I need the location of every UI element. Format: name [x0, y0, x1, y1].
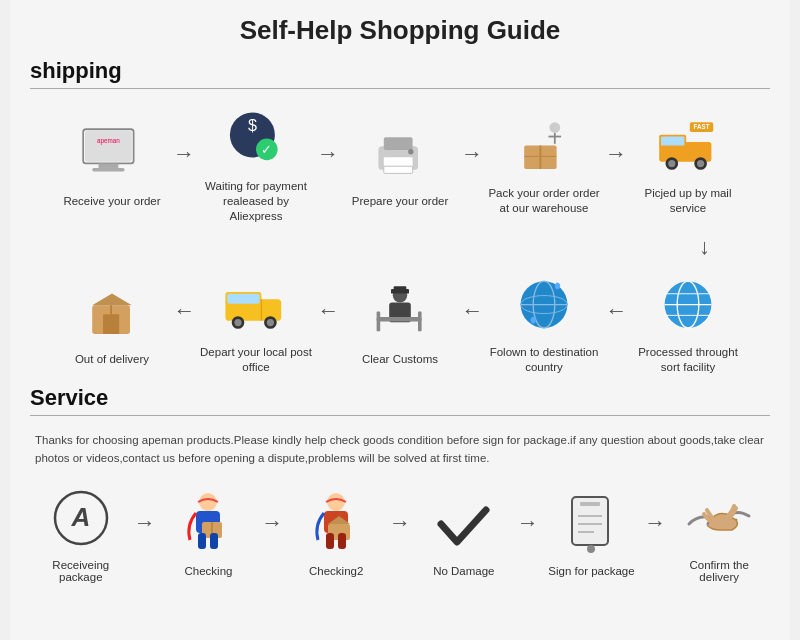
- step-prepare-label: Prepare your order: [352, 194, 449, 209]
- step-sort-facility: Processed throught sort facility: [629, 270, 747, 375]
- step-pack-label: Pack your order order at our warehouse: [485, 186, 603, 216]
- divider-shipping: [30, 88, 770, 89]
- package-icon: [504, 111, 584, 181]
- svg-point-14: [549, 123, 560, 134]
- arrow-2: →: [315, 141, 341, 167]
- svg-rect-45: [377, 317, 422, 322]
- customs-icon: [360, 277, 440, 347]
- shipping-row-2: Out of delivery → D: [30, 270, 770, 375]
- globe-destination-icon: [504, 270, 584, 340]
- checkmark-icon: [424, 488, 504, 560]
- receive-order-icon: apeman: [72, 119, 152, 189]
- svg-rect-11: [384, 157, 413, 166]
- svg-rect-35: [227, 294, 259, 304]
- svg-rect-43: [394, 287, 407, 292]
- step-destination: Folown to destination country: [485, 270, 603, 375]
- svg-point-26: [668, 160, 675, 167]
- svg-point-76: [587, 545, 595, 553]
- step-post-office-label: Depart your local post office: [197, 345, 315, 375]
- svg-point-39: [267, 319, 274, 326]
- svg-rect-1: [85, 131, 132, 162]
- svg-text:A: A: [70, 502, 90, 532]
- service-step-checking2: Checking2: [285, 488, 387, 577]
- svg-rect-46: [377, 312, 381, 332]
- svg-rect-72: [580, 502, 600, 506]
- svg-point-13: [408, 149, 413, 154]
- service-step-confirm-label: Confirm the delivery: [668, 559, 770, 583]
- step-pack: Pack your order order at our warehouse: [485, 111, 603, 216]
- arrow-3: →: [459, 141, 485, 167]
- arrow-5: →: [171, 299, 197, 325]
- service-step-checking2-label: Checking2: [309, 565, 363, 577]
- service-step-no-damage-label: No Damage: [433, 565, 494, 577]
- service-flow: A Receiveing package →: [30, 482, 770, 583]
- shipping-flow: apeman Receive your order → $ ✓: [30, 104, 770, 375]
- arrow-6: →: [315, 299, 341, 325]
- page-container: Self-Help Shopping Guide shipping apeman…: [10, 0, 790, 640]
- service-arrow-2: →: [259, 510, 285, 536]
- service-arrow-1: →: [132, 510, 158, 536]
- svg-point-28: [697, 160, 704, 167]
- step-out-delivery-label: Out of delivery: [75, 352, 149, 367]
- step-prepare: Prepare your order: [341, 119, 459, 209]
- circle-a-icon: A: [41, 482, 121, 554]
- step-customs: Clear Customs: [341, 277, 459, 367]
- svg-text:✓: ✓: [261, 143, 272, 157]
- svg-rect-4: [92, 168, 124, 172]
- service-step-no-damage: No Damage: [413, 488, 515, 577]
- service-step-sign: Sign for package: [541, 488, 643, 577]
- step-customs-label: Clear Customs: [362, 352, 438, 367]
- service-step-checking-label: Checking: [185, 565, 233, 577]
- svg-point-65: [327, 493, 345, 511]
- payment-icon: $ ✓: [216, 104, 296, 174]
- step-sort-facility-label: Processed throught sort facility: [629, 345, 747, 375]
- arrow-8: →: [603, 299, 629, 325]
- arrow-4: →: [603, 141, 629, 167]
- step-destination-label: Folown to destination country: [485, 345, 603, 375]
- svg-rect-12: [384, 166, 413, 173]
- shipping-section-title: shipping: [30, 58, 770, 84]
- shipping-row-1: apeman Receive your order → $ ✓: [30, 104, 770, 224]
- service-arrow-4: →: [515, 510, 541, 536]
- handshake-icon: [679, 482, 759, 554]
- superhero-icon: [168, 488, 248, 560]
- svg-text:$: $: [248, 116, 257, 134]
- step-out-delivery: Out of delivery: [53, 277, 171, 367]
- sign-tablet-icon: [552, 488, 632, 560]
- svg-text:FAST: FAST: [693, 124, 709, 131]
- svg-rect-10: [384, 137, 413, 150]
- svg-rect-47: [418, 312, 422, 332]
- truck-icon: FAST: [648, 111, 728, 181]
- svg-rect-3: [99, 163, 119, 168]
- step-receive-order: apeman Receive your order: [53, 119, 171, 209]
- service-step-package-label: Receiveing package: [30, 559, 132, 583]
- arrow-7: →: [459, 299, 485, 325]
- van-icon: [216, 270, 296, 340]
- step-payment-label: Waiting for payment realeased by Aliexpr…: [197, 179, 315, 224]
- service-step-checking: Checking: [158, 488, 260, 577]
- main-title: Self-Help Shopping Guide: [30, 15, 770, 46]
- step-mail-pickup-label: Picjed up by mail service: [629, 186, 747, 216]
- service-text: Thanks for choosing apeman products.Plea…: [30, 431, 770, 468]
- svg-marker-30: [92, 294, 132, 306]
- svg-rect-64: [210, 533, 218, 549]
- service-step-sign-label: Sign for package: [548, 565, 634, 577]
- superhero2-icon: [296, 488, 376, 560]
- arrow-down: ↓: [30, 234, 770, 260]
- step-receive-order-label: Receive your order: [63, 194, 160, 209]
- service-arrow-3: →: [387, 510, 413, 536]
- service-arrow-5: →: [642, 510, 668, 536]
- printer-icon: [360, 119, 440, 189]
- step-mail-pickup: FAST Picjed up by mail service: [629, 111, 747, 216]
- service-step-package: A Receiveing package: [30, 482, 132, 583]
- svg-rect-70: [338, 533, 346, 549]
- step-post-office: Depart your local post office: [197, 270, 315, 375]
- svg-point-59: [199, 493, 217, 511]
- globe-sort-icon: [648, 270, 728, 340]
- svg-text:apeman: apeman: [97, 137, 120, 145]
- svg-point-37: [234, 319, 241, 326]
- service-step-confirm: Confirm the delivery: [668, 482, 770, 583]
- arrow-1: →: [171, 141, 197, 167]
- divider-service: [30, 415, 770, 416]
- svg-rect-69: [326, 533, 334, 549]
